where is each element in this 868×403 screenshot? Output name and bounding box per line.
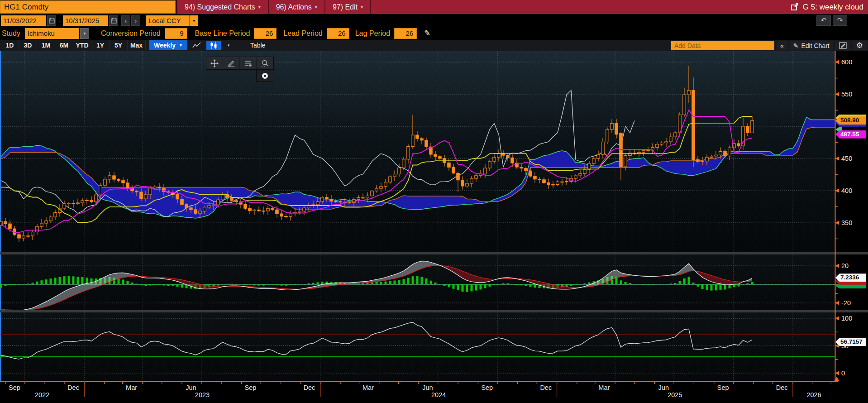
line-chart-icon — [192, 42, 201, 48]
menu-edit[interactable]: 97) Edit ▾ — [325, 0, 371, 14]
lag-period-field[interactable]: 26 — [394, 28, 417, 39]
line-chart-type-button[interactable] — [190, 41, 204, 50]
edit-chart-label: Edit Chart — [801, 42, 830, 49]
draw-tool-button[interactable] — [223, 57, 240, 69]
conversion-line-tag: 487.55 — [835, 130, 866, 139]
candlestick-icon — [210, 42, 218, 49]
gear-icon: ⚙ — [856, 41, 863, 50]
svg-text:Mar: Mar — [362, 384, 374, 391]
edit-study-button[interactable]: ✎ — [424, 29, 430, 38]
svg-text:400: 400 — [841, 187, 852, 194]
base-line-period-field[interactable]: 26 — [254, 28, 277, 39]
redo-button[interactable]: ↷ — [833, 15, 847, 26]
range-back-button[interactable]: ‹ — [121, 15, 130, 26]
tab-5y[interactable]: 5Y — [110, 40, 128, 50]
currency-select[interactable]: Local CCY ▾ — [140, 15, 198, 26]
svg-text:Dec: Dec — [540, 384, 552, 391]
svg-text:350: 350 — [841, 219, 852, 226]
annotate-chart-button[interactable] — [835, 41, 850, 50]
frequency-select[interactable]: Weekly ▼ — [149, 40, 187, 50]
menu-actions[interactable]: 96) Actions ▾ — [269, 0, 325, 14]
table-button[interactable]: Table — [246, 40, 270, 50]
study-value: Ichimoku — [25, 28, 79, 39]
chart-annotate-icon — [839, 42, 847, 49]
start-calendar-button[interactable] — [47, 15, 56, 26]
svg-text:600: 600 — [841, 58, 852, 66]
chart-type-dropdown[interactable]: ▾ — [223, 41, 234, 50]
collapse-panel-button[interactable]: « — [777, 41, 787, 50]
saved-chart-link[interactable]: G 5: weekly cloud — [791, 0, 868, 14]
drawing-toolbar — [206, 57, 274, 70]
tab-1m[interactable]: 1M — [37, 40, 55, 50]
svg-text:2025: 2025 — [668, 391, 682, 398]
magnifier-icon — [261, 59, 269, 67]
svg-text:20: 20 — [841, 262, 849, 269]
candle-chart-type-button[interactable] — [206, 41, 221, 50]
edit-chart-button[interactable]: ✎ Edit Chart — [790, 41, 833, 50]
study-select[interactable]: Ichimoku ▾ — [25, 28, 89, 39]
svg-text:0: 0 — [841, 369, 845, 377]
chevron-down-icon: ▾ — [80, 28, 89, 39]
export-icon — [791, 3, 799, 11]
rsi-value-tag: 56.7157 — [835, 338, 866, 346]
calendar-icon — [111, 18, 117, 24]
param-label: Lead Period — [283, 29, 322, 38]
list-icon — [244, 60, 252, 67]
chevron-down-icon: ▾ — [228, 43, 230, 48]
svg-text:Sep: Sep — [481, 384, 493, 391]
svg-text:Jun: Jun — [186, 384, 196, 391]
date-separator: - — [58, 17, 61, 24]
chevron-down-icon: ▾ — [315, 5, 317, 10]
tab-3d[interactable]: 3D — [19, 40, 37, 50]
event-marker-button[interactable] — [256, 69, 273, 82]
panel-backgrounds — [0, 51, 835, 381]
pencil-line-icon — [227, 59, 235, 67]
svg-text:2022: 2022 — [35, 391, 49, 398]
menu-label: 94) Suggested Charts — [185, 3, 255, 11]
frequency-value: Weekly — [154, 42, 176, 49]
end-date-field[interactable] — [63, 15, 108, 26]
svg-text:Sep: Sep — [245, 384, 257, 391]
menu-label: 97) Edit — [333, 3, 358, 11]
study-label: Study — [2, 29, 20, 38]
undo-redo-group: ↶ ↷ — [816, 15, 847, 26]
conversion-period-field[interactable]: 9 — [165, 28, 187, 39]
undo-icon: ↶ — [821, 16, 827, 24]
svg-text:Sep: Sep — [9, 384, 20, 391]
chevron-down-icon: ▼ — [179, 43, 183, 48]
tab-6m[interactable]: 6M — [55, 40, 73, 50]
svg-text:Jun: Jun — [658, 384, 669, 391]
svg-text:2026: 2026 — [806, 391, 821, 398]
ticker-input[interactable] — [0, 0, 176, 14]
chevron-down-icon: ▾ — [189, 15, 198, 26]
title-bar: 94) Suggested Charts ▾ 96) Actions ▾ 97)… — [0, 0, 868, 14]
date-range-bar: - ‹ › Local CCY ▾ ↶ ↷ — [0, 14, 868, 27]
news-annotations-button[interactable] — [240, 57, 257, 69]
tab-max[interactable]: Max — [128, 40, 146, 50]
svg-text:Mar: Mar — [598, 384, 610, 391]
end-calendar-button[interactable] — [109, 15, 118, 26]
start-date-field[interactable] — [1, 15, 46, 26]
param-label: Conversion Period — [101, 29, 161, 38]
param-label: Lag Period — [355, 29, 390, 38]
toolbar-right: « ✎ Edit Chart ⚙ — [671, 41, 867, 50]
price-chart: 35040045055060020-20100500SepDecMarJunSe… — [0, 0, 868, 403]
tab-ytd[interactable]: YTD — [73, 40, 91, 50]
tab-1y[interactable]: 1Y — [91, 40, 110, 50]
tab-1d[interactable]: 1D — [1, 40, 19, 50]
lead-period-field[interactable]: 26 — [327, 28, 349, 39]
param-label: Base Line Period — [195, 29, 250, 38]
svg-text:2023: 2023 — [195, 391, 210, 398]
range-forward-button[interactable]: › — [131, 15, 140, 26]
svg-text:2024: 2024 — [431, 391, 446, 398]
calendar-icon — [49, 18, 55, 24]
macd-value-tag: 7.2336 — [835, 273, 866, 282]
svg-text:-20: -20 — [841, 299, 851, 307]
zoom-tool-button[interactable] — [257, 57, 273, 69]
settings-button[interactable]: ⚙ — [853, 41, 867, 50]
crosshair-move-icon — [210, 59, 219, 67]
pan-tool-button[interactable] — [206, 57, 223, 69]
undo-button[interactable]: ↶ — [816, 15, 831, 26]
menu-suggested-charts[interactable]: 94) Suggested Charts ▾ — [176, 0, 269, 14]
add-data-input[interactable] — [671, 41, 774, 50]
